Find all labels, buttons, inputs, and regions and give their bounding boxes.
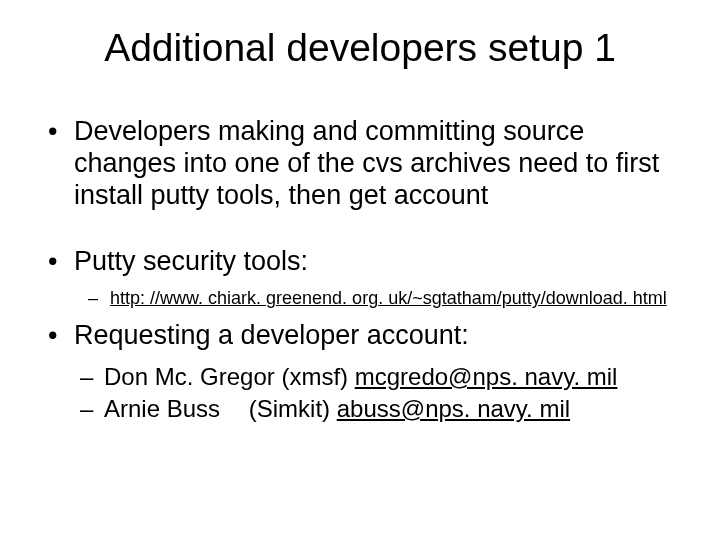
slide-content: Developers making and committing source …: [30, 116, 690, 424]
bullet-text: Developers making and committing source …: [74, 116, 659, 210]
contact-role: (Simkit): [249, 394, 330, 424]
contact-role: (xmsf): [281, 362, 348, 392]
contact-name: Don Mc. Gregor: [104, 362, 275, 392]
bullet-item: Developers making and committing source …: [42, 116, 690, 212]
putty-download-link[interactable]: http: //www. chiark. greenend. org. uk/~…: [110, 288, 667, 308]
contact-name: Arnie Buss: [104, 394, 220, 424]
bullet-item: Requesting a developer account: Don Mc. …: [42, 320, 690, 424]
slide: Additional developers setup 1 Developers…: [0, 0, 720, 540]
bullet-text: Putty security tools:: [74, 246, 308, 276]
contact-email-link[interactable]: mcgredo@nps. navy. mil: [355, 363, 618, 390]
sub-bullet-item: Arnie Buss (Simkit) abuss@nps. navy. mil: [74, 394, 690, 424]
contact-email-link[interactable]: abuss@nps. navy. mil: [337, 395, 570, 422]
sub-bullet-item: http: //www. chiark. greenend. org. uk/~…: [74, 287, 690, 310]
slide-title: Additional developers setup 1: [30, 26, 690, 70]
sub-bullet-list: Don Mc. Gregor (xmsf) mcgredo@nps. navy.…: [74, 362, 690, 424]
bullet-item: Putty security tools: http: //www. chiar…: [42, 246, 690, 310]
bullet-list: Developers making and committing source …: [42, 116, 690, 424]
bullet-text: Requesting a developer account:: [74, 320, 469, 350]
sub-bullet-item: Don Mc. Gregor (xmsf) mcgredo@nps. navy.…: [74, 362, 690, 392]
sub-bullet-list: http: //www. chiark. greenend. org. uk/~…: [74, 287, 690, 310]
